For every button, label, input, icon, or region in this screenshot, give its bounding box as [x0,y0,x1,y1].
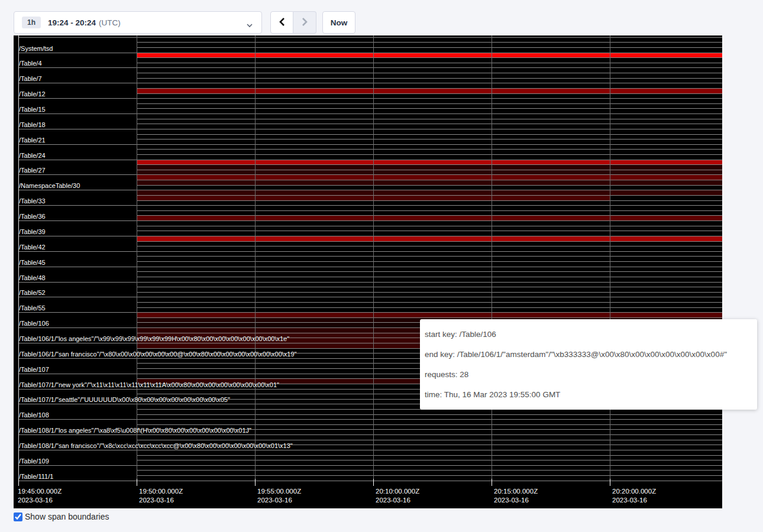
span-boundary-line [18,297,722,297]
span-boundary-line [18,174,722,175]
span-boundary-line [18,220,722,221]
span-boundary-line [137,73,722,73]
time-range-timezone: (UTC) [99,18,121,27]
span-boundary-line [18,67,722,68]
heat-band [137,170,722,175]
heat-band [137,180,722,185]
heat-band [137,53,722,58]
axis-time-label: 20:15:00.000Z2023-03-16 [494,487,538,504]
span-boundary-line [18,190,722,190]
axis-tick [137,479,137,486]
span-boundary-line [137,93,722,94]
span-boundary-line [18,53,722,53]
row-label: /Table/107/1/"seattle"/"UUUUUUD\x00\x80\… [19,396,230,403]
row-label: /Table/106/1/"san francisco"/"\x80\x00\x… [19,351,297,358]
show-span-boundaries-label[interactable]: Show span boundaries [25,512,109,521]
axis-time-label: 19:50:00.000Z2023-03-16 [139,487,183,504]
show-span-boundaries-checkbox[interactable] [14,512,22,521]
time-gridline [137,35,137,485]
prev-time-button[interactable] [270,11,293,34]
row-label: /Table/107/1/"new york"/"\x11\x11\x11\x1… [19,381,279,388]
now-button[interactable]: Now [322,11,355,34]
span-boundary-line [18,205,722,206]
row-label: /Table/108/1/"san francisco"/"\x8c\xcc\x… [19,442,293,449]
span-boundary-line [137,195,722,196]
span-boundary-line [137,226,722,226]
axis-tick [373,479,374,486]
span-boundary-line [18,98,722,99]
time-range-value: 19:24 - 20:24 [48,18,96,27]
time-gridline [492,35,492,485]
span-boundary-line [137,57,722,58]
span-boundary-line [137,63,722,63]
axis-time-label: 20:10:00.000Z2023-03-16 [376,487,419,504]
span-boundary-line [137,108,722,109]
heat-band [137,313,722,317]
span-boundary-line [137,119,722,119]
heat-band [137,165,722,170]
span-boundary-line [137,154,722,155]
row-label: /Table/21 [19,137,46,144]
row-label: /Table/108/1/"los angeles"/"\xa8\xf5\u00… [19,427,251,434]
time-nav-button-group [270,11,316,34]
span-boundary-line [137,246,722,246]
span-boundary-line [137,302,722,303]
span-boundary-line [137,231,722,231]
span-boundary-line [18,419,722,420]
span-boundary-line [137,455,722,456]
span-boundary-line [18,450,722,450]
span-boundary-line [137,256,722,257]
row-label: /Table/48 [19,274,46,281]
span-boundary-line [137,292,722,293]
key-visualizer-page: 1h 19:24 - 20:24 (UTC) Now /System/tsd/T… [0,0,763,532]
span-boundary-line [18,113,722,114]
next-time-button[interactable] [293,11,316,34]
row-label: /Table/109 [19,458,49,465]
row-label: /Table/107 [19,366,49,373]
row-label: /System/tsd [19,45,53,52]
time-range-selector[interactable]: 1h 19:24 - 20:24 (UTC) [14,11,262,34]
row-label: /Table/55 [19,304,46,312]
row-label: /Table/52 [19,289,46,296]
key-visualizer-heatmap[interactable]: /System/tsd/Table/4/Table/7/Table/12/Tab… [14,35,722,508]
span-boundary-line [18,129,722,129]
heat-band [137,236,722,241]
heat-band [137,175,722,180]
span-boundary-line [18,144,722,145]
row-label: /Table/18 [19,121,46,128]
row-label: /Table/106 [19,320,49,327]
span-boundary-line [18,37,722,38]
span-boundary-line [137,475,722,476]
span-boundary-line [137,414,722,415]
span-boundary-line [137,307,722,308]
span-boundary-line [18,160,722,160]
row-label: /Table/24 [19,152,46,159]
span-boundary-line [137,139,722,140]
show-span-boundaries-row: Show span boundaries [14,512,109,521]
axis-tick [492,479,492,486]
time-range-preset-badge: 1h [22,17,41,28]
span-boundary-line [137,424,722,425]
span-boundary-line [18,465,722,466]
span-boundary-line [18,312,722,313]
span-boundary-line [137,78,722,79]
span-boundary-line [137,88,722,89]
heat-band [137,160,722,165]
span-boundary-line [137,124,722,124]
chevron-down-icon [246,20,253,31]
row-label: /Table/42 [19,244,46,251]
axis-tick [18,479,19,486]
row-label: /Table/106/1/"los angeles"/"\x99\x99\x99… [19,335,289,342]
row-label: /Table/33 [19,197,46,205]
row-label: /Table/4 [19,60,42,67]
axis-tick [610,479,610,486]
row-label: /Table/7 [19,75,42,82]
span-boundary-line [18,83,722,83]
span-boundary-line [137,47,722,48]
chevron-right-icon [300,17,309,28]
row-label: /Table/15 [19,106,46,113]
span-boundary-line [18,434,722,435]
span-boundary-line [18,236,722,236]
span-boundary-line [137,241,722,242]
span-boundary-line [137,317,722,318]
